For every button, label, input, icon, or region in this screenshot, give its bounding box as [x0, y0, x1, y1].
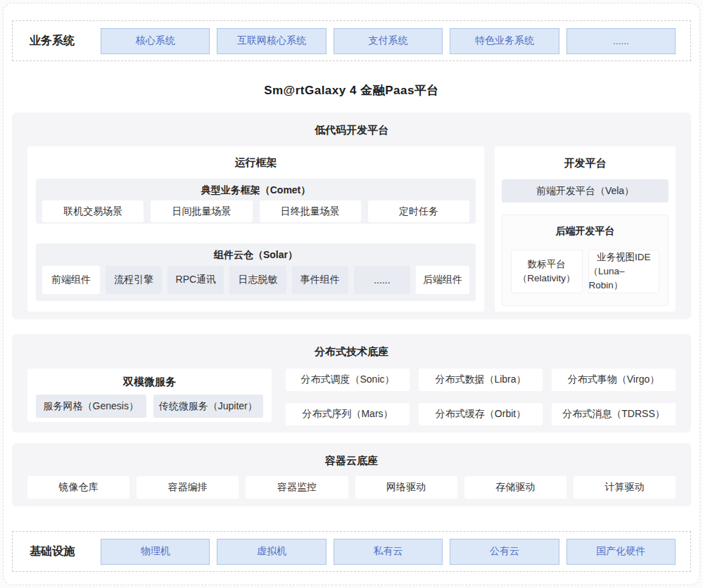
infrastructure-items: 物理机 虚拟机 私有云 公有云 国产化硬件	[101, 539, 676, 565]
solar-items: 前端组件 流程引擎 RPC通讯 日志脱敏 事件组件 ...... 后端组件	[42, 266, 469, 294]
distributed-content: 双模微服务 服务网格（Genesis） 传统微服务（Jupiter） 分布式调度…	[12, 359, 691, 426]
solar-chip-log-masking: 日志脱敏	[229, 266, 286, 294]
comet-item-scheduled-task: 定时任务	[368, 200, 469, 222]
architecture-diagram: 业务系统 核心系统 互联网核心系统 支付系统 特色业务系统 ...... Sm@…	[3, 3, 700, 585]
dev-platform-card: 开发平台 前端开发平台（Vela） 后端开发平台 数标平台 （Relativit…	[495, 146, 676, 312]
runtime-framework-card: 运行框架 典型业务框架（Comet） 联机交易场景 日间批量场景 日终批量场景 …	[27, 146, 484, 312]
mars-distributed-sequence: 分布式序列（Mars）	[286, 403, 410, 426]
infrastructure-strip: 基础设施 物理机 虚拟机 私有云 公有云 国产化硬件	[12, 531, 691, 572]
lowcode-content: 运行框架 典型业务框架（Comet） 联机交易场景 日间批量场景 日终批量场景 …	[12, 137, 691, 312]
physical-machine: 物理机	[101, 539, 210, 565]
image-registry: 镜像仓库	[27, 476, 129, 499]
distributed-services-grid: 分布式调度（Sonic） 分布式数据（Libra） 分布式事物（Virgo） 分…	[286, 369, 676, 426]
infrastructure-label: 基础设施	[30, 544, 101, 559]
runtime-framework-title: 运行框架	[27, 146, 484, 170]
comet-item-online-trade: 联机交易场景	[42, 200, 144, 222]
platform-title: Sm@rtGalaxy 4 金融Paas平台	[4, 82, 699, 98]
backend-dev-platform-box: 后端开发平台 数标平台 （Relativity） 业务视图IDE （Luna–R…	[502, 215, 669, 306]
business-system-internet-core: 互联网核心系统	[217, 28, 326, 54]
orbit-distributed-cache: 分布式缓存（Orbit）	[419, 403, 543, 426]
distributed-base-title: 分布式技术底座	[12, 334, 691, 359]
comet-framework-title: 典型业务框架（Comet）	[36, 179, 476, 196]
backend-dev-platform-title: 后端开发平台	[502, 215, 668, 237]
container-cloud-title: 容器云底座	[12, 443, 691, 468]
libra-distributed-data: 分布式数据（Libra）	[419, 369, 543, 391]
business-system-special: 特色业务系统	[450, 28, 559, 54]
business-systems-strip: 业务系统 核心系统 互联网核心系统 支付系统 特色业务系统 ......	[12, 20, 691, 61]
distributed-base-panel: 分布式技术底座 双模微服务 服务网格（Genesis） 传统微服务（Jupite…	[12, 334, 691, 433]
solar-frontend-components: 前端组件	[42, 266, 100, 294]
luna-robin-name: 业务视图IDE	[597, 250, 651, 264]
container-orchestration: 容器编排	[137, 476, 239, 499]
virgo-distributed-transaction: 分布式事物（Virgo）	[552, 369, 676, 391]
lowcode-platform-panel: 低代码开发平台 运行框架 典型业务框架（Comet） 联机交易场景 日间批量场景…	[12, 113, 691, 319]
virtual-machine: 虚拟机	[217, 539, 326, 565]
container-monitoring: 容器监控	[246, 476, 348, 499]
relativity-data-platform: 数标平台 （Relativity）	[511, 250, 583, 293]
compute-driver: 计算驱动	[574, 476, 676, 499]
dual-mode-items: 服务网格（Genesis） 传统微服务（Jupiter）	[36, 395, 263, 418]
relativity-name: 数标平台	[528, 257, 566, 271]
storage-driver: 存储驱动	[464, 476, 566, 499]
solar-chip-rpc: RPC通讯	[167, 266, 224, 294]
container-cloud-panel: 容器云底座 镜像仓库 容器编排 容器监控 网络驱动 存储驱动 计算驱动	[12, 443, 691, 506]
business-systems-label: 业务系统	[30, 34, 101, 49]
solar-chip-event: 事件组件	[292, 266, 348, 294]
domestic-hardware: 国产化硬件	[566, 539, 676, 565]
business-systems-items: 核心系统 互联网核心系统 支付系统 特色业务系统 ......	[101, 28, 676, 54]
lowcode-platform-title: 低代码开发平台	[12, 113, 691, 137]
network-driver: 网络驱动	[355, 476, 457, 499]
luna-robin-code: （Luna–Robin）	[589, 264, 659, 293]
vela-frontend-dev-platform: 前端开发平台（Vela）	[502, 179, 669, 203]
solar-component-box: 组件云仓（Solar） 前端组件 流程引擎 RPC通讯 日志脱敏 事件组件 ..…	[36, 243, 476, 301]
jupiter-traditional-microservice: 传统微服务（Jupiter）	[153, 395, 264, 418]
solar-component-title: 组件云仓（Solar）	[36, 243, 476, 261]
dual-mode-microservice-title: 双模微服务	[27, 369, 272, 389]
container-cloud-items: 镜像仓库 容器编排 容器监控 网络驱动 存储驱动 计算驱动	[27, 476, 676, 499]
comet-items: 联机交易场景 日间批量场景 日终批量场景 定时任务	[42, 200, 469, 222]
business-system-core: 核心系统	[101, 28, 210, 54]
comet-item-daytime-batch: 日间批量场景	[151, 200, 252, 222]
relativity-code: （Relativity）	[518, 271, 576, 286]
dev-platform-title: 开发平台	[495, 146, 676, 170]
business-system-more: ......	[566, 28, 676, 54]
comet-framework-box: 典型业务框架（Comet） 联机交易场景 日间批量场景 日终批量场景 定时任务	[36, 179, 476, 224]
genesis-service-mesh: 服务网格（Genesis）	[36, 395, 146, 418]
business-system-payment: 支付系统	[334, 28, 443, 54]
backend-dev-items: 数标平台 （Relativity） 业务视图IDE （Luna–Robin）	[511, 250, 659, 293]
comet-item-endofday-batch: 日终批量场景	[260, 200, 361, 222]
solar-backend-components: 后端组件	[416, 266, 469, 294]
public-cloud: 公有云	[450, 539, 559, 565]
private-cloud: 私有云	[334, 539, 443, 565]
dual-mode-microservice-card: 双模微服务 服务网格（Genesis） 传统微服务（Jupiter）	[27, 369, 272, 422]
luna-robin-business-view-ide: 业务视图IDE （Luna–Robin）	[588, 250, 660, 293]
tdrss-distributed-message: 分布式消息（TDRSS）	[552, 403, 676, 426]
solar-chip-process-engine: 流程引擎	[106, 266, 162, 294]
solar-chip-more: ......	[354, 266, 410, 294]
sonic-distributed-scheduling: 分布式调度（Sonic）	[286, 369, 410, 391]
